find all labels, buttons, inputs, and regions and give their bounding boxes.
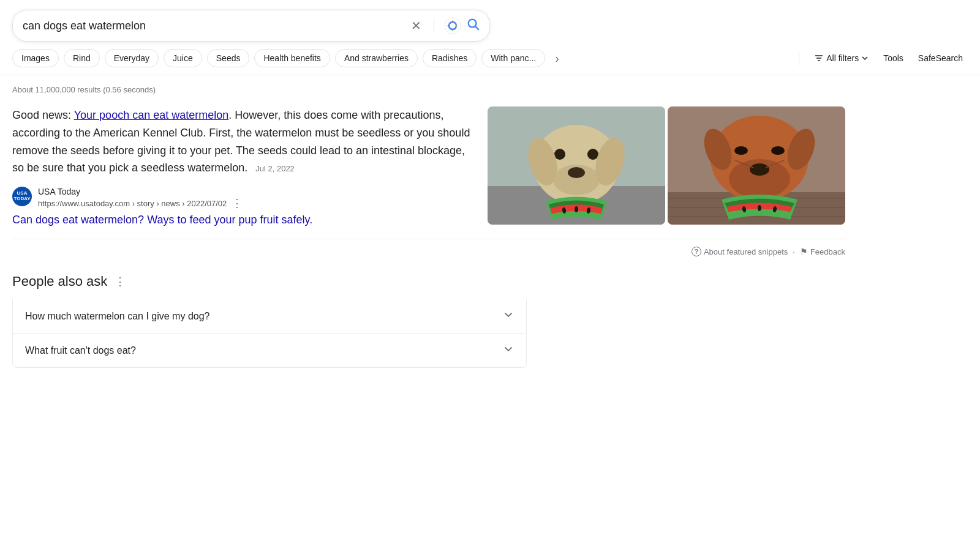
feedback-button[interactable]: ⚑ Feedback (800, 247, 845, 256)
search-divider (434, 18, 434, 33)
dot-separator: · (793, 247, 795, 256)
svg-point-13 (587, 149, 598, 160)
question-circle-icon: ? (692, 247, 701, 256)
featured-snippet: Good news: Your pooch can eat watermelon… (12, 106, 845, 226)
main-content: About 11,000,000 results (0.56 seconds) … (0, 75, 858, 368)
svg-point-0 (445, 18, 461, 34)
results-count: About 11,000,000 results (0.56 seconds) (12, 85, 845, 94)
snippet-date: Jul 2, 2022 (255, 164, 295, 173)
people-also-ask-section: People also ask ⋮ How much watermelon ca… (12, 274, 845, 368)
paa-question-2: What fruit can't dogs eat? (25, 345, 136, 356)
chips-wrapper: Images Rind Everyday Juice Seeds Health … (12, 49, 789, 67)
svg-point-34 (758, 205, 761, 211)
snippet-text-before: Good news: (12, 109, 74, 121)
chip-everyday[interactable]: Everyday (105, 49, 159, 67)
svg-point-17 (575, 206, 578, 212)
all-filters-button[interactable]: All filters (809, 50, 873, 67)
chip-radishes[interactable]: Radishes (423, 49, 477, 67)
chevron-down-icon (861, 54, 869, 62)
paa-item-2[interactable]: What fruit can't dogs eat? (12, 334, 527, 368)
source-info: USA Today https://www.usatoday.com › sto… (38, 187, 243, 210)
svg-point-26 (750, 163, 769, 176)
snippet-text-area: Good news: Your pooch can eat watermelon… (12, 106, 473, 226)
dog-image-1[interactable] (488, 106, 665, 225)
chips-divider (799, 51, 799, 65)
svg-point-12 (554, 149, 565, 160)
snippet-highlight: Your pooch can eat watermelon (74, 109, 229, 121)
feedback-label: Feedback (810, 247, 845, 256)
chips-row: Images Rind Everyday Juice Seeds Health … (0, 42, 980, 75)
source-favicon: USATODAY (12, 187, 32, 206)
snippet-link[interactable]: Can dogs eat watermelon? Ways to feed yo… (12, 214, 473, 226)
source-url-text: https://www.usatoday.com › story › news … (38, 199, 227, 208)
google-lens-icon[interactable] (444, 17, 461, 34)
search-input[interactable] (23, 20, 404, 32)
about-snippets-label: About featured snippets (704, 247, 788, 256)
about-snippets-button[interactable]: ? About featured snippets (692, 247, 788, 256)
chip-rind[interactable]: Rind (64, 49, 100, 67)
tools-button[interactable]: Tools (878, 50, 908, 67)
chip-seeds[interactable]: Seeds (207, 49, 250, 67)
all-filters-label: All filters (826, 53, 859, 63)
paa-item-1[interactable]: How much watermelon can I give my dog? (12, 299, 527, 334)
safe-search-button[interactable]: SafeSearch (913, 50, 968, 67)
paa-chevron-1 (503, 309, 514, 323)
search-bar-container: ✕ (12, 10, 490, 42)
snippet-source: USATODAY USA Today https://www.usatoday.… (12, 187, 473, 210)
source-name: USA Today (38, 187, 243, 196)
snippet-footer: ? About featured snippets · ⚑ Feedback (12, 239, 845, 256)
svg-point-27 (734, 146, 748, 155)
paa-header: People also ask ⋮ (12, 274, 845, 289)
svg-line-3 (475, 26, 478, 29)
svg-point-11 (568, 167, 585, 178)
snippet-images (488, 106, 845, 226)
filter-icon (814, 53, 824, 63)
chip-and-strawberries[interactable]: And strawberries (335, 49, 418, 67)
paa-title: People also ask (12, 274, 107, 289)
chip-health-benefits[interactable]: Health benefits (254, 49, 330, 67)
chips-more-button[interactable]: › (550, 51, 564, 65)
source-url: https://www.usatoday.com › story › news … (38, 196, 243, 210)
paa-menu-icon[interactable]: ⋮ (115, 275, 126, 288)
search-button[interactable] (466, 17, 480, 34)
feedback-flag-icon: ⚑ (800, 247, 808, 256)
chip-images[interactable]: Images (12, 49, 59, 67)
source-menu-icon[interactable]: ⋮ (232, 196, 243, 210)
clear-icon[interactable]: ✕ (409, 16, 424, 35)
search-header: ✕ (0, 0, 980, 42)
dog-image-2[interactable] (668, 106, 845, 225)
paa-chevron-2 (503, 343, 514, 357)
chip-with-panc[interactable]: With panc... (481, 49, 545, 67)
chip-juice[interactable]: Juice (164, 49, 202, 67)
paa-question-1: How much watermelon can I give my dog? (25, 311, 209, 322)
svg-point-28 (771, 146, 785, 155)
snippet-text: Good news: Your pooch can eat watermelon… (12, 106, 473, 177)
